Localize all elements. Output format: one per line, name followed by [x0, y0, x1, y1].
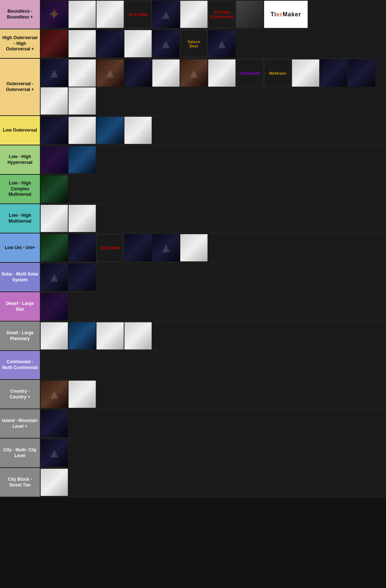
tier-card-dwarf-0[interactable] [41, 293, 68, 320]
tier-card-outerversal-8[interactable]: Mekhane [264, 59, 291, 87]
tier-card-small-large-planetary-3[interactable] [124, 322, 152, 349]
tier-card-high-outerversal-1[interactable]: ▲ [69, 30, 96, 57]
tier-row-low-outerversal: Low Outerversal▲ [0, 116, 386, 145]
tier-row-low-uni: Low Uni - Uni+SCP-3999▲ [0, 233, 386, 263]
tier-content-low-uni: SCP-3999▲ [40, 233, 386, 262]
tier-card-boundless-1[interactable]: ▲ [69, 1, 96, 28]
tier-card-boundless-4[interactable]: ▲ [152, 1, 180, 28]
tier-card-country-0[interactable]: ▲ [41, 381, 68, 408]
tier-card-outerversal-4[interactable]: ▲ [152, 59, 180, 87]
tier-card-low-uni-2[interactable]: SCP-3999 [96, 234, 124, 261]
tier-row-high-outerversal: High Outerversal - High Outerversal +▲▲S… [0, 29, 386, 59]
tier-card-solar-0[interactable]: ▲ [41, 264, 68, 291]
tier-card-low-high-multiversal-0[interactable] [41, 205, 68, 232]
tier-content-city: ▲ [40, 439, 386, 467]
tier-content-boundless: ✦▲▲SCP-5500▲▲SCP-682 (Composite)TierMake… [40, 0, 386, 29]
tier-row-continental: Continental - Multi Continental [0, 351, 386, 380]
tier-row-low-high-complex: Low - High Complex Multiversal [0, 175, 386, 204]
tier-card-small-large-planetary-0[interactable] [41, 322, 68, 349]
tier-card-outerversal-11[interactable] [348, 59, 375, 87]
tier-card-low-uni-4[interactable]: ▲ [152, 234, 180, 261]
tier-card-high-outerversal-3[interactable] [124, 30, 152, 57]
tier-card-boundless-2[interactable]: ▲ [96, 1, 124, 28]
tier-content-low-high-hyperversal [40, 145, 386, 174]
tier-card-boundless-0[interactable]: ✦ [41, 1, 68, 28]
tier-card-boundless-7[interactable] [236, 1, 263, 28]
tier-card-outerversal-0[interactable]: ▲ [41, 59, 68, 87]
tier-card-outerversal-12[interactable] [41, 87, 68, 115]
tier-card-small-large-planetary-2[interactable] [96, 322, 124, 349]
tier-card-high-outerversal-5[interactable]: Saturn Deer [180, 30, 208, 57]
tier-card-solar-1[interactable] [69, 264, 96, 291]
tier-content-island [40, 409, 386, 438]
tier-card-country-1[interactable] [69, 381, 96, 408]
tier-label-low-high-hyperversal: Low - High Hyperversal [0, 145, 40, 174]
tier-label-low-high-multiversal: Low - High Multiversal [0, 204, 40, 233]
tier-card-outerversal-5[interactable]: ▲ [180, 59, 208, 87]
tier-content-solar: ▲ [40, 263, 386, 291]
tier-row-boundless: Boundless - Boundless +✦▲▲SCP-5500▲▲SCP-… [0, 0, 386, 29]
tier-card-low-high-hyperversal-0[interactable] [41, 146, 68, 173]
tier-card-low-high-hyperversal-1[interactable] [69, 146, 96, 173]
tier-card-outerversal-7[interactable]: Yaldabaoth [236, 59, 263, 87]
tier-card-island-0[interactable] [41, 410, 68, 437]
tier-card-outerversal-9[interactable] [292, 59, 319, 87]
tier-card-outerversal-2[interactable]: ▲ [96, 59, 124, 87]
tier-card-low-uni-5[interactable] [180, 234, 208, 261]
tier-label-dwarf: Dwarf - Large Star [0, 292, 40, 321]
tier-row-island: Island - Mountain Level + [0, 409, 386, 439]
tier-card-outerversal-3[interactable] [124, 59, 152, 87]
tier-content-city-block: ▲ [40, 468, 386, 497]
tier-label-boundless: Boundless - Boundless + [0, 0, 40, 29]
tier-label-small-large-planetary: Small - Large Planetary [0, 322, 40, 350]
tier-card-boundless-6[interactable]: SCP-682 (Composite) [208, 1, 235, 28]
tier-card-boundless-3[interactable]: SCP-5500 [124, 1, 152, 28]
tier-card-high-outerversal-6[interactable]: ▲ [208, 30, 235, 57]
tier-content-low-high-complex [40, 175, 386, 203]
tier-content-small-large-planetary [40, 322, 386, 350]
tier-card-low-outerversal-3[interactable]: ▲ [124, 117, 152, 144]
tier-card-low-outerversal-1[interactable] [69, 117, 96, 144]
tier-card-high-outerversal-2[interactable] [96, 30, 124, 57]
tier-card-high-outerversal-4[interactable]: ▲ [152, 30, 180, 57]
tier-card-boundless-5[interactable]: ▲ [180, 1, 208, 28]
tier-row-city-block: City Block - Street Tier▲ [0, 468, 386, 497]
tier-card-outerversal-1[interactable]: ▲ [69, 59, 96, 87]
tier-card-boundless-8[interactable]: TierMaker [264, 1, 308, 28]
tier-label-island: Island - Mountain Level + [0, 409, 40, 438]
tier-row-solar: Solar - Multi Solar System▲ [0, 263, 386, 292]
tier-label-low-outerversal: Low Outerversal [0, 116, 40, 145]
tier-card-city-0[interactable]: ▲ [41, 439, 68, 467]
tier-card-low-outerversal-2[interactable] [96, 117, 124, 144]
tier-content-low-high-multiversal: ▲ [40, 204, 386, 233]
tier-label-low-high-complex: Low - High Complex Multiversal [0, 175, 40, 203]
tier-row-low-high-hyperversal: Low - High Hyperversal [0, 145, 386, 175]
tier-card-city-block-0[interactable]: ▲ [41, 469, 68, 496]
tier-list: Boundless - Boundless +✦▲▲SCP-5500▲▲SCP-… [0, 0, 386, 497]
tier-card-low-outerversal-0[interactable] [41, 117, 68, 144]
tier-label-city-block: City Block - Street Tier [0, 468, 40, 497]
tier-content-low-outerversal: ▲ [40, 116, 386, 145]
tier-card-low-uni-3[interactable] [124, 234, 152, 261]
tier-row-city: City - Multi- City Level▲ [0, 439, 386, 468]
tier-card-low-uni-1[interactable] [69, 234, 96, 261]
tier-card-low-high-complex-0[interactable] [41, 175, 68, 203]
tier-card-high-outerversal-0[interactable] [41, 30, 68, 57]
tier-row-outerversal: Outerversal - Outerversal +▲▲▲▲▲▲Yaldaba… [0, 59, 386, 116]
tier-card-outerversal-10[interactable] [320, 59, 347, 87]
tier-card-outerversal-13[interactable] [69, 87, 96, 115]
tier-card-small-large-planetary-1[interactable] [69, 322, 96, 349]
tier-row-country: Country - Country +▲ [0, 380, 386, 409]
tier-content-high-outerversal: ▲▲Saturn Deer▲ [40, 29, 386, 58]
tier-label-city: City - Multi- City Level [0, 439, 40, 467]
tier-label-country: Country - Country + [0, 380, 40, 409]
tier-content-dwarf [40, 292, 386, 321]
tier-content-outerversal: ▲▲▲▲▲▲YaldabaothMekhane [40, 59, 386, 115]
tier-content-continental [40, 351, 386, 379]
tier-label-outerversal: Outerversal - Outerversal + [0, 59, 40, 115]
tier-label-high-outerversal: High Outerversal - High Outerversal + [0, 29, 40, 58]
tier-card-outerversal-6[interactable]: ▲ [208, 59, 235, 87]
tier-card-low-uni-0[interactable] [41, 234, 68, 261]
tier-row-dwarf: Dwarf - Large Star [0, 292, 386, 322]
tier-card-low-high-multiversal-1[interactable]: ▲ [69, 205, 96, 232]
